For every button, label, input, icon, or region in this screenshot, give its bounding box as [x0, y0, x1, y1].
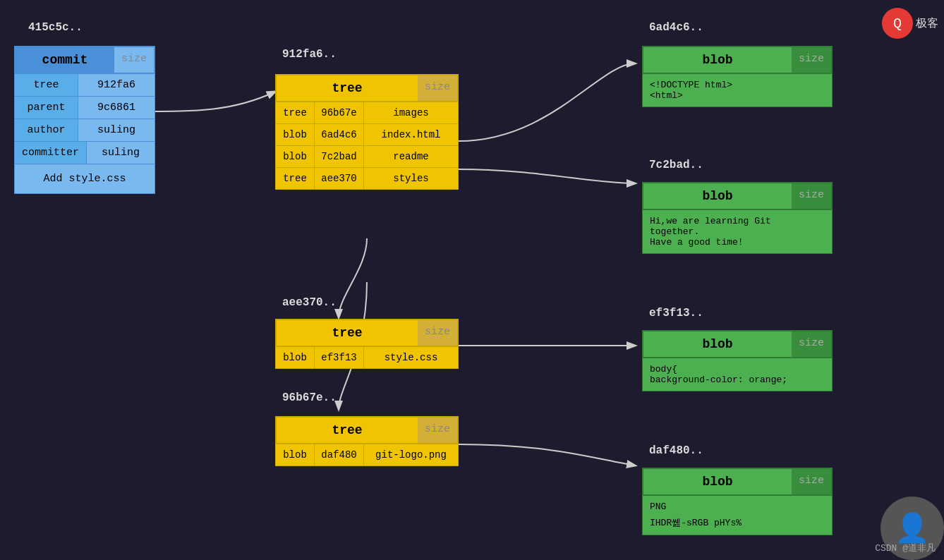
blob-index-header: blob size	[642, 46, 833, 74]
blob-png-hash-label: daf480..	[649, 444, 703, 457]
commit-object: commit size tree 912fa6 parent 9c6861 au…	[14, 46, 155, 194]
commit-key-parent: parent	[15, 97, 78, 118]
footer-label: CSDN @道非凡	[875, 542, 936, 554]
tree-main-row-images: tree 96b67e images	[275, 102, 459, 124]
commit-row-author: author suling	[14, 119, 155, 142]
logo-area: Q 极客	[882, 6, 938, 41]
tree-main-object: tree size tree 96b67e images blob 6ad4c6…	[275, 74, 459, 190]
blob-index-line1: <!DOCTYPE html>	[650, 80, 825, 90]
tree-main-size: size	[418, 75, 457, 101]
blob-css-type: blob	[643, 331, 792, 357]
commit-key-committer: committer	[15, 142, 87, 164]
main-canvas: 415c5c.. commit size tree 912fa6 parent …	[0, 0, 944, 560]
commit-key-author: author	[15, 119, 78, 141]
tree-images-header: tree size	[275, 416, 459, 444]
tm-col3-images: images	[364, 102, 458, 123]
ts-col3-css: style.css	[364, 347, 458, 368]
commit-type: commit	[16, 47, 114, 73]
blob-index-line2: <html>	[650, 90, 825, 101]
blob-index-content: <!DOCTYPE html> <html>	[642, 74, 833, 107]
commit-row-tree: tree 912fa6	[14, 74, 155, 97]
tm-col2-images: 96b67e	[315, 102, 364, 123]
ti-col3-png: git-logo.png	[364, 444, 458, 465]
blob-css-content: body{ background-color: orange;	[642, 358, 833, 391]
blob-png-header: blob size	[642, 468, 833, 496]
blob-png-line2: IHDR쏊-sRGB pHYs%	[650, 516, 825, 529]
blob-png-line1: PNG	[650, 501, 825, 512]
blob-png-object: blob size PNG IHDR쏊-sRGB pHYs%	[642, 468, 833, 535]
blob-index-hash-label: 6ad4c6..	[649, 21, 703, 34]
commit-header: commit size	[14, 46, 155, 74]
tree-main-header: tree size	[275, 74, 459, 102]
tm-col2-styles: aee370	[315, 168, 364, 189]
tree-styles-header: tree size	[275, 319, 459, 347]
tm-col3-styles: styles	[364, 168, 458, 189]
tree-main-row-readme: blob 7c2bad readme	[275, 146, 459, 168]
commit-key-tree: tree	[15, 74, 78, 96]
tree-styles-type: tree	[277, 320, 418, 346]
blob-css-line2: background-color: orange;	[650, 375, 825, 385]
ti-col1-png: blob	[276, 444, 315, 465]
tm-col1-readme: blob	[276, 146, 315, 167]
blob-readme-object: blob size Hi,we are learning Git togethe…	[642, 182, 833, 254]
commit-val-author: suling	[78, 119, 155, 141]
blob-css-size: size	[792, 331, 831, 357]
blob-readme-type: blob	[643, 183, 792, 209]
tree-main-row-styles: tree aee370 styles	[275, 168, 459, 190]
tree-images-row-png: blob daf480 git-logo.png	[275, 444, 459, 466]
blob-css-hash-label: ef3f13..	[649, 307, 703, 319]
blob-readme-content: Hi,we are learning Git together. Have a …	[642, 210, 833, 254]
commit-size: size	[114, 47, 154, 73]
tm-col1-index: blob	[276, 124, 315, 145]
tm-col2-index: 6ad4c6	[315, 124, 364, 145]
blob-css-line1: body{	[650, 364, 825, 375]
commit-hash-label: 415c5c..	[28, 21, 83, 34]
blob-png-type: blob	[643, 469, 792, 494]
blob-readme-line2: Have a good time!	[650, 237, 825, 248]
commit-val-committer: suling	[87, 142, 155, 164]
blob-readme-header: blob size	[642, 182, 833, 210]
tree-main-row-index: blob 6ad4c6 index.html	[275, 124, 459, 146]
tm-col3-index: index.html	[364, 124, 458, 145]
blob-index-type: blob	[643, 47, 792, 73]
tm-col1-styles: tree	[276, 168, 315, 189]
commit-val-parent: 9c6861	[78, 97, 155, 118]
tree-main-type: tree	[277, 75, 418, 101]
tree-images-size: size	[418, 418, 457, 443]
tm-col3-readme: readme	[364, 146, 458, 167]
blob-index-object: blob size <!DOCTYPE html> <html>	[642, 46, 833, 107]
ts-col2-css: ef3f13	[315, 347, 364, 368]
commit-row-committer: committer suling	[14, 142, 155, 164]
logo-icon: Q	[882, 8, 913, 39]
blob-readme-size: size	[792, 183, 831, 209]
logo-text: 极客	[916, 16, 938, 31]
tree-styles-object: tree size blob ef3f13 style.css	[275, 319, 459, 369]
tree-images-type: tree	[277, 418, 418, 443]
tree-styles-row-css: blob ef3f13 style.css	[275, 347, 459, 369]
blob-readme-hash-label: 7c2bad..	[649, 159, 703, 171]
tree-styles-hash-label: aee370..	[282, 296, 337, 309]
tree-images-hash-label: 96b67e..	[282, 391, 337, 404]
blob-css-object: blob size body{ background-color: orange…	[642, 330, 833, 391]
blob-png-content: PNG IHDR쏊-sRGB pHYs%	[642, 496, 833, 535]
commit-message: Add style.css	[14, 164, 155, 194]
logo-symbol: Q	[893, 16, 902, 32]
blob-png-size: size	[792, 469, 831, 494]
commit-val-tree: 912fa6	[78, 74, 155, 96]
ti-col2-png: daf480	[315, 444, 364, 465]
tm-col2-readme: 7c2bad	[315, 146, 364, 167]
blob-css-header: blob size	[642, 330, 833, 358]
tree-styles-size: size	[418, 320, 457, 346]
tree-images-object: tree size blob daf480 git-logo.png	[275, 416, 459, 466]
tree-main-hash-label: 912fa6..	[282, 48, 337, 61]
blob-index-size: size	[792, 47, 831, 73]
commit-row-parent: parent 9c6861	[14, 97, 155, 119]
ts-col1-css: blob	[276, 347, 315, 368]
blob-readme-line1: Hi,we are learning Git together.	[650, 216, 825, 237]
tm-col1-images: tree	[276, 102, 315, 123]
